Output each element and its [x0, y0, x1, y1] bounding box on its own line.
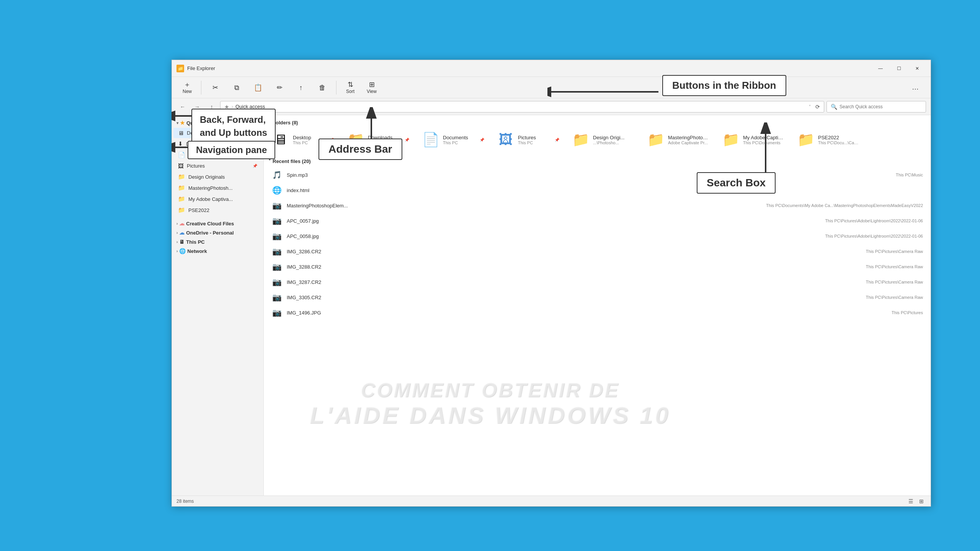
pin-icon: 📌 [405, 138, 409, 142]
file-item-img3287[interactable]: 📷 IMG_3287.CR2 This PC\Pictures\Camera R… [268, 274, 926, 290]
folder-mastering-icon: 📁 [647, 132, 665, 148]
raw-icon: 📷 [271, 246, 282, 257]
copy-button[interactable]: ⧉ [227, 83, 246, 93]
ribbon-separator [201, 81, 201, 95]
arrow-address-bar [360, 107, 383, 142]
folder-pse-icon: 📁 [797, 132, 815, 148]
raw-icon: 📷 [271, 277, 282, 287]
search-box[interactable]: 🔍 [826, 101, 926, 112]
refresh-button[interactable]: ⟳ [815, 104, 820, 110]
folder-pse2022[interactable]: 📁 PSE2022 This PC\Docu...\Camtasia [794, 129, 862, 151]
search-icon: 🔍 [831, 104, 837, 110]
paste-button[interactable]: 📋 [249, 83, 267, 93]
folder-mastering[interactable]: 📁 MasteringPhotoshopEle... Adobe Captiva… [644, 129, 712, 151]
file-item-img1496[interactable]: 📷 IMG_1496.JPG This PC\Pictures [268, 305, 926, 320]
view-controls: ☰ ⊞ [906, 497, 926, 505]
list-view-button[interactable]: ☰ [906, 497, 915, 505]
file-item-img3286[interactable]: 📷 IMG_3286.CR2 This PC\Pictures\Camera R… [268, 244, 926, 259]
folder-pictures[interactable]: 🖼 Pictures This PC 📌 [493, 129, 562, 151]
file-item-spin[interactable]: 🎵 Spin.mp3 This PC\Music [268, 167, 926, 183]
item-count: 28 items [176, 499, 194, 504]
cut-button[interactable]: ✂ [206, 83, 224, 93]
annotation-navigation-pane: Navigation pane [188, 141, 275, 159]
html-icon: 🌐 [271, 185, 282, 196]
file-item-apc58[interactable]: 📷 APC_0058.jpg This PC\Pictures\Adobe\Li… [268, 228, 926, 244]
sort-button[interactable]: ⇅ Sort [341, 80, 359, 96]
close-button[interactable]: ✕ [908, 62, 926, 75]
raw-icon: 📷 [271, 261, 282, 272]
photo-icon: 📷 [271, 200, 282, 211]
raw-icon: 📷 [271, 292, 282, 303]
folder-design-originals[interactable]: 📁 Design Origi... ...\Photosho... [568, 129, 637, 151]
annotation-address-bar: Address Bar [318, 139, 402, 160]
sidebar-item-design-originals[interactable]: 📁 Design Originals [173, 171, 262, 182]
file-item-apc57[interactable]: 📷 APC_0057.jpg This PC\Pictures\Adobe\Li… [268, 213, 926, 228]
navigation-pane: ▾ ★ Quick access 🖥 Desktop 📌 ⬇ Downloads… [172, 115, 264, 496]
pin-icon: 📌 [555, 138, 559, 142]
window-controls: — ☐ ✕ [872, 62, 926, 75]
rename-button[interactable]: ✏ [270, 83, 289, 93]
search-input[interactable] [840, 104, 922, 109]
sidebar-item-mastering[interactable]: 📁 MasteringPhotosh... [173, 183, 262, 193]
sidebar-item-pse2022[interactable]: 📁 PSE2022 [173, 205, 262, 215]
address-bar[interactable]: ★ › Quick access ˅ ⟳ [220, 101, 824, 112]
annotation-back-forward: Back, Forward, and Up buttons [191, 109, 276, 143]
jpg-icon: 📷 [271, 307, 282, 318]
audio-icon: 🎵 [271, 170, 282, 180]
main-content: ▾ ★ Quick access 🖥 Desktop 📌 ⬇ Downloads… [172, 115, 931, 496]
onedrive-header[interactable]: › ☁ OneDrive - Personal [172, 228, 263, 237]
delete-button[interactable]: 🗑 [313, 83, 332, 93]
network-header[interactable]: › 🌐 Network [172, 246, 263, 256]
folder-documents[interactable]: 📄 Documents This PC 📌 [418, 129, 487, 151]
app-icon: 📁 [176, 65, 184, 72]
view-button[interactable]: ⊞ View [363, 80, 381, 96]
minimize-button[interactable]: — [872, 62, 889, 75]
sidebar-item-adobe-captiva[interactable]: 📁 My Adobe Captiva... [173, 194, 262, 204]
recent-files-list: 🎵 Spin.mp3 This PC\Music 🌐 index.html 📷 … [268, 167, 926, 320]
arrow-buttons-ribbon [547, 77, 670, 107]
more-button[interactable]: … [906, 82, 924, 93]
file-item-img3305[interactable]: 📷 IMG_3305.CR2 This PC\Pictures\Camera R… [268, 290, 926, 305]
file-content-area: ˅ Folders (8) 🖥 Desktop This PC 📌 [264, 115, 931, 496]
folder-icon: 📁 [178, 184, 185, 191]
pin-icon: 📌 [253, 164, 257, 168]
file-item-index[interactable]: 🌐 index.html [268, 183, 926, 198]
restore-button[interactable]: ☐ [890, 62, 908, 75]
folder-my-adobe[interactable]: 📁 My Adobe Captivate Proj... This PC\Doc… [719, 129, 787, 151]
file-item-img3288[interactable]: 📷 IMG_3288.CR2 This PC\Pictures\Camera R… [268, 259, 926, 274]
folder-icon: 📁 [178, 173, 185, 180]
annotation-buttons-ribbon: Buttons in the Ribbon [662, 75, 786, 96]
folder-design-icon: 📁 [572, 132, 590, 148]
status-bar: 28 items ☰ ⊞ [172, 496, 931, 506]
folder-documents-icon: 📄 [421, 132, 440, 148]
title-bar: 📁 File Explorer — ☐ ✕ [172, 60, 931, 77]
photo-icon: 📷 [271, 231, 282, 241]
folder-adobe-icon: 📁 [722, 132, 740, 148]
ribbon-separator-2 [336, 81, 336, 95]
window-title: File Explorer [187, 65, 872, 71]
share-button[interactable]: ↑ [292, 83, 310, 93]
file-item-mastering[interactable]: 📷 MasteringPhotoshopElem... This PC\Docu… [268, 198, 926, 213]
pictures-icon: 🖼 [178, 163, 184, 169]
photo-icon: 📷 [271, 215, 282, 226]
creative-cloud-header[interactable]: › ☁ Creative Cloud Files [172, 219, 263, 228]
folder-pictures-icon: 🖼 [497, 132, 515, 148]
sidebar-item-pictures[interactable]: 🖼 Pictures 📌 [173, 161, 262, 171]
annotation-search-box: Search Box [697, 172, 776, 194]
desktop-icon: 🖥 [178, 130, 184, 136]
address-chevron-icon: ˅ [809, 104, 811, 109]
arrow-search-box [754, 122, 777, 176]
pin-icon: 📌 [480, 138, 484, 142]
new-button[interactable]: ＋ New [178, 80, 196, 96]
grid-view-button[interactable]: ⊞ [917, 497, 926, 505]
explorer-window: 📁 File Explorer — ☐ ✕ ＋ New ✂ ⧉ 📋 ✏ ↑ [172, 60, 931, 507]
folder-icon: 📁 [178, 207, 185, 214]
this-pc-header[interactable]: › 🖥 This PC [172, 237, 263, 246]
recent-chevron: ˅ [268, 158, 271, 164]
folder-icon: 📁 [178, 196, 185, 202]
